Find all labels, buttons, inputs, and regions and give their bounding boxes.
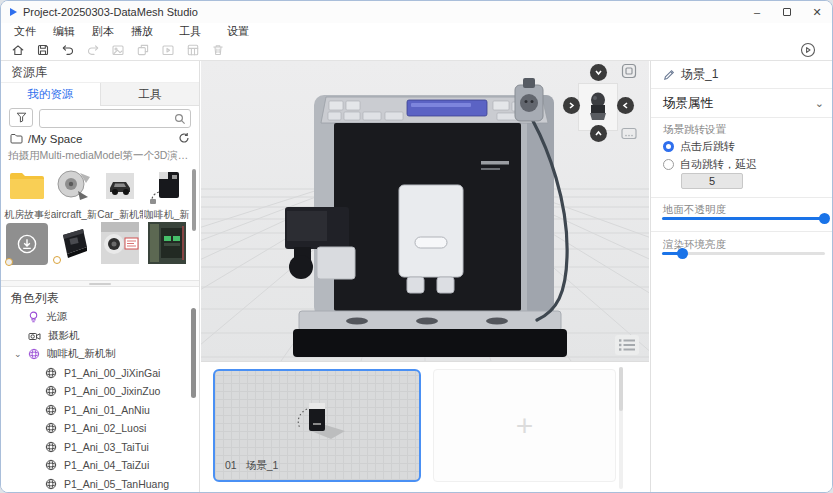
menu-file[interactable]: 文件 xyxy=(11,24,39,39)
radio-unselected-icon xyxy=(663,159,674,170)
list-item-ani[interactable]: P1_Ani_00_JixinZuo xyxy=(1,382,199,401)
menu-play[interactable]: 播放 xyxy=(128,24,156,39)
tab-tools[interactable]: 工具 xyxy=(100,83,200,106)
maximize-button[interactable] xyxy=(772,1,802,23)
character-list-scrollbar[interactable] xyxy=(191,308,196,398)
divider xyxy=(651,197,833,198)
asset-folder[interactable]: 机房故事线 xyxy=(4,166,51,222)
edit-pencil-icon[interactable] xyxy=(663,69,675,81)
category-tabs: 拍摄用 Multi-media Model 第一个3D演… xyxy=(1,149,193,164)
gizmo-right-button[interactable] xyxy=(617,97,634,114)
brightness-label: 渲染环境亮度 xyxy=(663,238,726,252)
ground-opacity-slider[interactable] xyxy=(662,217,825,220)
list-item-label: 咖啡机_新机制 xyxy=(47,347,116,361)
list-item-ani[interactable]: P1_Ani_02_Luosi xyxy=(1,419,199,438)
category-model[interactable]: Model xyxy=(94,149,123,164)
resource-panel-title: 资源库 xyxy=(1,61,199,83)
mesh-icon xyxy=(45,441,57,453)
filter-button[interactable] xyxy=(9,108,33,127)
refresh-icon[interactable] xyxy=(178,132,190,146)
asset-label: Car_新机制 xyxy=(97,208,143,222)
viewport-capture-button[interactable] xyxy=(621,63,637,79)
list-item-label: 光源 xyxy=(46,310,67,324)
asset-coffee-machine[interactable]: 咖啡机_新… xyxy=(144,166,191,222)
list-item-label: P1_Ani_00_JixinZuo xyxy=(64,385,160,397)
asset-label: 咖啡机_新… xyxy=(144,208,190,222)
asset-industrial-photo[interactable] xyxy=(144,223,191,265)
delay-seconds-input[interactable] xyxy=(681,173,743,189)
chevron-down-icon[interactable]: ⌄ xyxy=(14,350,21,359)
menu-settings[interactable]: 设置 xyxy=(224,24,252,39)
radio-selected-icon xyxy=(663,141,674,152)
list-item-coffee-machine[interactable]: ⌄ 咖啡机_新机制 xyxy=(1,345,199,364)
viewport-3d[interactable] xyxy=(201,61,649,361)
radio-auto-jump[interactable]: 自动跳转，延迟 xyxy=(663,157,757,172)
mesh-icon xyxy=(45,478,57,490)
search-icon xyxy=(174,111,186,129)
gizmo-left-button[interactable] xyxy=(563,97,580,114)
industrial-photo-thumb xyxy=(147,223,187,263)
menu-edit[interactable]: 编辑 xyxy=(50,24,78,39)
scene-strip-scrollbar[interactable] xyxy=(619,367,623,489)
radio-jump-on-click[interactable]: 点击后跳转 xyxy=(663,139,735,154)
list-item-ani[interactable]: P1_Ani_01_AnNiu xyxy=(1,401,199,420)
search-row xyxy=(1,106,199,129)
grid-icon[interactable] xyxy=(186,43,200,57)
keyboard-icon xyxy=(621,127,637,140)
slideshow-icon[interactable] xyxy=(161,43,175,57)
menu-script[interactable]: 剧本 xyxy=(89,24,117,39)
asset-black-machine[interactable] xyxy=(51,223,98,265)
scene-label: 01 场景_1 xyxy=(225,459,278,473)
asset-selected[interactable] xyxy=(4,223,51,265)
sync-badge-icon xyxy=(53,256,61,264)
asset-camera-photo[interactable] xyxy=(97,223,144,265)
viewport-panel-button[interactable] xyxy=(621,127,637,140)
add-scene-card[interactable]: + xyxy=(433,369,616,482)
download-icon xyxy=(16,233,38,255)
breadcrumb-path[interactable]: /My Space xyxy=(28,133,82,145)
window-controls: – ✕ xyxy=(742,1,832,23)
scene-name-row: 场景_1 xyxy=(651,61,833,89)
close-button[interactable]: ✕ xyxy=(802,1,832,23)
scene-card-selected[interactable]: 01 场景_1 xyxy=(213,369,421,482)
tab-my-resources[interactable]: 我的资源 xyxy=(1,83,100,106)
app-window: Project-20250303-DataMesh Studio – ✕ 文件 … xyxy=(0,0,833,493)
list-item-ani[interactable]: P1_Ani_03_TaiTui xyxy=(1,438,199,457)
undo-icon[interactable] xyxy=(61,43,75,57)
search-input[interactable] xyxy=(39,109,191,128)
list-item-light[interactable]: 光源 xyxy=(1,308,199,327)
menu-tools[interactable]: 工具 xyxy=(176,24,204,39)
asset-aircraft[interactable]: aircraft_新… xyxy=(51,166,98,222)
panel-splitter[interactable] xyxy=(1,280,199,287)
assets-scrollbar[interactable] xyxy=(192,169,196,231)
category-shooting[interactable]: 拍摄用 xyxy=(8,149,40,164)
list-item-ani[interactable]: P1_Ani_00_JiXinGai xyxy=(1,364,199,383)
mesh-icon xyxy=(45,385,57,397)
ground-opacity-fill xyxy=(662,217,825,220)
redo-icon[interactable] xyxy=(86,43,100,57)
save-icon[interactable] xyxy=(36,43,50,57)
app-logo-icon xyxy=(10,8,17,16)
list-item-camera[interactable]: 摄影机 xyxy=(1,327,199,346)
gizmo-preview[interactable] xyxy=(578,83,618,131)
minimize-button[interactable]: – xyxy=(742,1,772,23)
chevron-right-icon xyxy=(567,101,576,110)
ground-opacity-label: 地面不透明度 xyxy=(663,203,726,217)
category-multimedia[interactable]: Multi-media xyxy=(40,149,94,164)
home-icon[interactable] xyxy=(11,43,25,57)
scene-properties-header[interactable]: 场景属性 ⌄ xyxy=(651,89,833,118)
list-item-ani[interactable]: P1_Ani_05_TanHuang xyxy=(1,475,199,493)
viewport-list-button[interactable] xyxy=(615,335,639,355)
gizmo-up-button[interactable] xyxy=(590,64,607,81)
gizmo-down-button[interactable] xyxy=(590,125,607,142)
delete-icon[interactable] xyxy=(211,43,225,57)
capture-icon[interactable] xyxy=(111,43,125,57)
brightness-slider[interactable] xyxy=(662,252,825,255)
radio-label: 自动跳转，延迟 xyxy=(680,157,757,172)
asset-car[interactable]: Car_新机制 xyxy=(97,166,144,222)
menu-bar: 文件 编辑 剧本 播放 工具 设置 xyxy=(1,23,832,39)
duplicate-icon[interactable] xyxy=(136,43,150,57)
list-item-ani[interactable]: P1_Ani_04_TaiZui xyxy=(1,456,199,475)
category-first3d[interactable]: 第一个3D演… xyxy=(122,149,188,164)
play-button-icon[interactable] xyxy=(800,42,816,58)
